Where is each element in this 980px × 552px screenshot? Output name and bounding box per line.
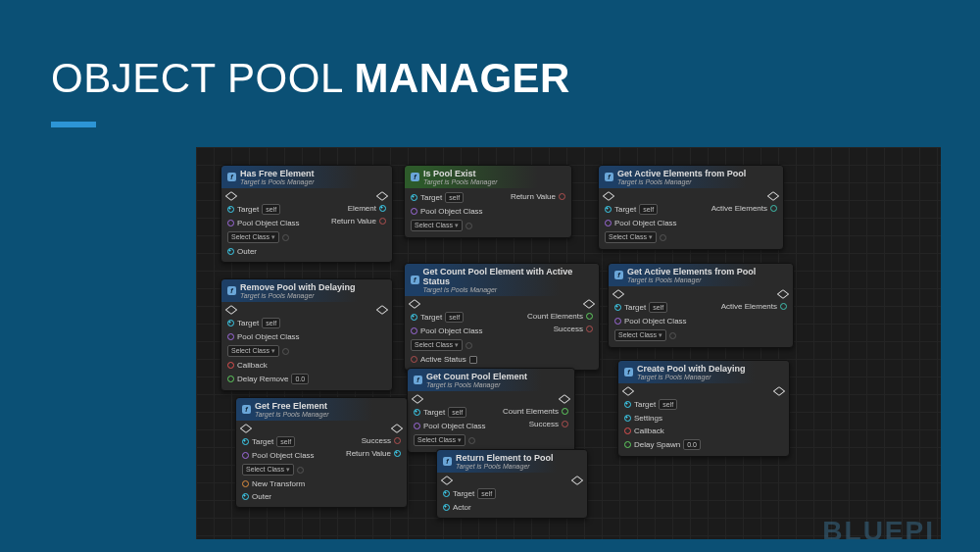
outer-pin[interactable] — [242, 493, 249, 500]
node-get-active-elements-2[interactable]: f Get Active Elements from Pool Target i… — [608, 263, 794, 348]
target-pin[interactable] — [605, 206, 612, 213]
target-pin[interactable] — [414, 409, 420, 416]
node-header[interactable]: f Remove Pool with Delaying Target is Po… — [221, 279, 392, 302]
node-return-element-to-pool[interactable]: f Return Element to Pool Target is Pools… — [436, 449, 588, 519]
exec-out-pin[interactable] — [583, 299, 596, 309]
node-is-pool-exist[interactable]: f Is Pool Exist Target is Pools Manager … — [404, 165, 572, 238]
exec-in-pin[interactable] — [622, 386, 635, 396]
delay-remove-pin[interactable] — [227, 376, 234, 382]
actor-pin[interactable] — [443, 504, 450, 511]
class-dropdown[interactable]: Select Class — [605, 231, 657, 243]
reset-button[interactable] — [660, 234, 666, 241]
exec-out-pin[interactable] — [571, 476, 584, 485]
active-status-checkbox[interactable] — [469, 356, 477, 364]
outer-pin[interactable] — [227, 248, 234, 255]
self-box[interactable]: self — [262, 204, 280, 215]
node-header[interactable]: f Get Active Elements from Pool Target i… — [599, 166, 783, 188]
node-header[interactable]: f Is Pool Exist Target is Pools Manager — [405, 166, 571, 188]
target-pin[interactable] — [242, 438, 249, 445]
class-pin[interactable] — [242, 452, 249, 459]
self-box[interactable]: self — [276, 436, 295, 447]
node-has-free-element[interactable]: f Has Free Element Target is Pools Manag… — [220, 165, 393, 263]
return-value-pin[interactable] — [559, 193, 565, 200]
node-get-count-active[interactable]: f Get Count Pool Element with Active Sta… — [404, 263, 600, 371]
return-value-pin[interactable] — [394, 450, 401, 457]
reset-button[interactable] — [282, 234, 289, 241]
node-header[interactable]: f Create Pool with Delaying Target is Po… — [618, 361, 789, 383]
node-remove-pool-delaying[interactable]: f Remove Pool with Delaying Target is Po… — [220, 278, 393, 391]
class-pin[interactable] — [227, 220, 234, 226]
settings-pin[interactable] — [624, 415, 631, 422]
node-get-free-element[interactable]: f Get Free Element Target is Pools Manag… — [235, 397, 408, 508]
target-pin[interactable] — [624, 401, 631, 408]
class-pin[interactable] — [605, 220, 612, 226]
target-pin[interactable] — [614, 304, 621, 311]
exec-in-pin[interactable] — [225, 191, 238, 201]
target-pin[interactable] — [443, 490, 450, 497]
element-out-pin[interactable] — [379, 205, 386, 212]
success-pin[interactable] — [586, 326, 593, 332]
exec-in-pin[interactable] — [603, 191, 615, 201]
node-header[interactable]: f Get Free Element Target is Pools Manag… — [236, 398, 407, 421]
reset-button[interactable] — [468, 437, 475, 444]
self-box[interactable]: self — [649, 302, 667, 313]
target-pin[interactable] — [411, 314, 417, 321]
delay-spawn-input[interactable]: 0.0 — [683, 439, 701, 450]
target-pin[interactable] — [227, 320, 234, 326]
exec-out-pin[interactable] — [559, 394, 571, 404]
class-pin[interactable] — [414, 423, 420, 429]
node-get-count-pool-element[interactable]: f Get Count Pool Element Target is Pools… — [407, 368, 575, 453]
exec-out-pin[interactable] — [376, 305, 389, 315]
exec-out-pin[interactable] — [376, 191, 389, 201]
class-dropdown[interactable]: Select Class — [227, 345, 279, 357]
node-header[interactable]: f Get Active Elements from Pool Target i… — [609, 264, 793, 286]
callback-pin[interactable] — [624, 427, 631, 434]
class-pin[interactable] — [411, 327, 417, 334]
exec-out-pin[interactable] — [391, 424, 404, 433]
self-box[interactable]: self — [262, 318, 280, 328]
class-pin[interactable] — [614, 318, 621, 325]
exec-in-pin[interactable] — [225, 305, 238, 315]
self-box[interactable]: self — [448, 407, 466, 418]
node-header[interactable]: f Get Count Pool Element with Active Sta… — [405, 264, 599, 296]
delay-remove-input[interactable]: 0.0 — [291, 374, 309, 384]
count-elements-pin[interactable] — [562, 408, 568, 415]
exec-in-pin[interactable] — [612, 289, 625, 299]
reset-button[interactable] — [669, 332, 676, 339]
node-create-pool-delaying[interactable]: f Create Pool with Delaying Target is Po… — [617, 360, 790, 457]
reset-button[interactable] — [297, 467, 304, 474]
target-pin[interactable] — [227, 206, 234, 213]
class-dropdown[interactable]: Select Class — [242, 464, 294, 476]
self-box[interactable]: self — [445, 312, 464, 323]
delay-spawn-pin[interactable] — [624, 441, 631, 448]
active-status-pin[interactable] — [411, 356, 417, 363]
exec-in-pin[interactable] — [409, 299, 421, 309]
reset-button[interactable] — [466, 342, 472, 349]
exec-in-pin[interactable] — [240, 424, 253, 433]
success-pin[interactable] — [394, 437, 401, 444]
self-box[interactable]: self — [477, 488, 496, 499]
node-header[interactable]: f Get Count Pool Element Target is Pools… — [408, 369, 574, 391]
return-value-pin[interactable] — [379, 218, 386, 225]
callback-pin[interactable] — [227, 362, 234, 369]
target-pin[interactable] — [411, 194, 417, 201]
class-dropdown[interactable]: Select Class — [414, 434, 466, 446]
active-elements-pin[interactable] — [770, 205, 777, 212]
reset-button[interactable] — [282, 348, 289, 355]
node-get-active-elements-1[interactable]: f Get Active Elements from Pool Target i… — [598, 165, 784, 250]
class-dropdown[interactable]: Select Class — [227, 231, 279, 243]
exec-out-pin[interactable] — [767, 191, 780, 201]
new-transform-pin[interactable] — [242, 480, 249, 487]
reset-button[interactable] — [466, 223, 472, 229]
class-dropdown[interactable]: Select Class — [411, 339, 463, 351]
class-pin[interactable] — [227, 333, 234, 340]
blueprint-canvas[interactable]: f Has Free Element Target is Pools Manag… — [196, 147, 941, 539]
self-box[interactable]: self — [639, 204, 658, 215]
node-header[interactable]: f Return Element to Pool Target is Pools… — [437, 450, 587, 473]
exec-out-pin[interactable] — [777, 289, 790, 299]
node-header[interactable]: f Has Free Element Target is Pools Manag… — [221, 166, 392, 188]
class-dropdown[interactable]: Select Class — [614, 329, 666, 341]
exec-in-pin[interactable] — [412, 394, 424, 404]
exec-in-pin[interactable] — [441, 476, 454, 485]
self-box[interactable]: self — [659, 399, 677, 410]
